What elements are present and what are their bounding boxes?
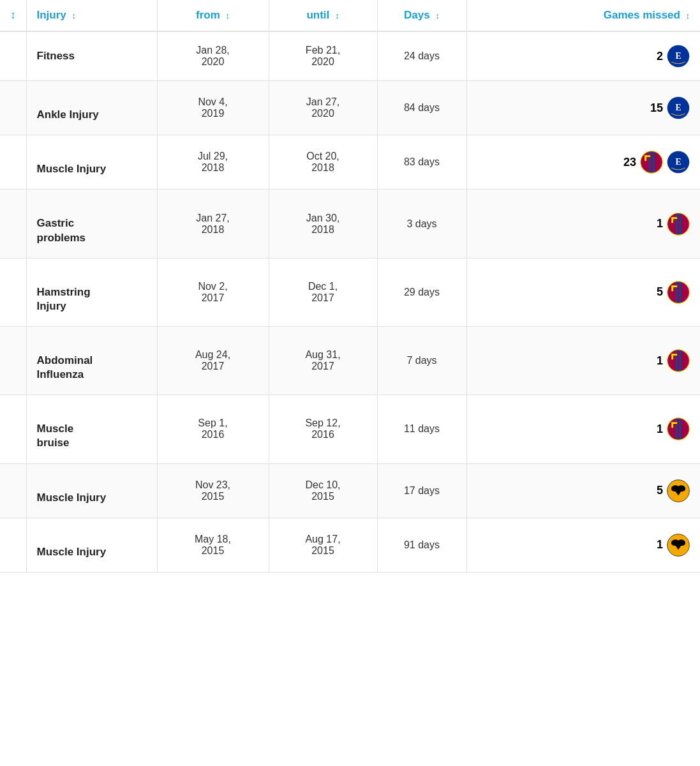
injury-name: Muscle Injury bbox=[37, 546, 107, 558]
table-row: Gastricproblems Jan 27,2018 Jan 30,2018 … bbox=[0, 190, 700, 258]
until-date: Sep 12,2016 bbox=[269, 395, 377, 463]
games-missed-cell: 5 bbox=[466, 258, 700, 326]
days-count: 83 days bbox=[377, 135, 466, 190]
games-count: 23 bbox=[623, 156, 636, 169]
until-date: Dec 1,2017 bbox=[269, 258, 377, 326]
games-missed-cell: 5 bbox=[466, 463, 700, 518]
injury-name: Muscle Injury bbox=[37, 492, 107, 504]
games-missed-cell: 1 bbox=[466, 395, 700, 463]
games-count: 5 bbox=[657, 484, 663, 497]
barcelona-badge bbox=[667, 213, 690, 236]
svg-rect-34 bbox=[671, 423, 673, 428]
days-count: 7 days bbox=[377, 326, 466, 394]
injury-name: Gastricproblems bbox=[37, 217, 86, 243]
svg-rect-28 bbox=[671, 354, 673, 359]
injury-name-cell: Muscle Injury bbox=[26, 135, 157, 190]
until-date: Dec 10,2015 bbox=[269, 463, 377, 518]
row-index bbox=[0, 518, 26, 572]
col-injury[interactable]: Injury ↕ bbox=[26, 0, 157, 31]
games-missed-cell: 1 bbox=[466, 518, 700, 572]
games-missed-cell: 23 E bbox=[466, 135, 700, 190]
valencia-badge bbox=[667, 479, 690, 502]
svg-rect-14 bbox=[679, 213, 681, 235]
until-date: Aug 31,2017 bbox=[269, 326, 377, 394]
svg-rect-20 bbox=[679, 282, 681, 304]
injury-name-cell: Gastricproblems bbox=[26, 190, 157, 258]
injury-name: AbdominalInfluenza bbox=[37, 354, 93, 380]
games-missed-cell: 15 E bbox=[466, 81, 700, 135]
col-days[interactable]: Days ↕ bbox=[377, 0, 466, 31]
svg-rect-26 bbox=[679, 350, 681, 372]
from-date: Aug 24,2017 bbox=[157, 326, 269, 394]
row-index bbox=[0, 31, 26, 81]
svg-rect-31 bbox=[676, 418, 678, 440]
svg-rect-22 bbox=[671, 285, 673, 291]
injury-name-cell: Muscle Injury bbox=[26, 518, 157, 572]
from-date: Jul 29,2018 bbox=[157, 135, 269, 190]
injury-name: HamstringInjury bbox=[37, 286, 91, 312]
injury-name-cell: Muscle Injury bbox=[26, 463, 157, 518]
until-date: Jan 30,2018 bbox=[269, 190, 377, 258]
barcelona-badge bbox=[640, 151, 663, 174]
days-count: 91 days bbox=[377, 518, 466, 572]
days-count: 29 days bbox=[377, 258, 466, 326]
injury-name-cell: AbdominalInfluenza bbox=[26, 326, 157, 394]
from-date: Sep 1,2016 bbox=[157, 395, 269, 463]
games-count: 2 bbox=[657, 50, 663, 63]
col-games-missed[interactable]: Games missed ↕ bbox=[466, 0, 700, 31]
days-count: 24 days bbox=[377, 31, 466, 81]
col-index[interactable]: ↕ bbox=[0, 0, 26, 31]
barcelona-badge bbox=[667, 281, 690, 304]
injury-name-cell: HamstringInjury bbox=[26, 258, 157, 326]
table-row: AbdominalInfluenza Aug 24,2017 Aug 31,20… bbox=[0, 326, 700, 394]
svg-rect-5 bbox=[649, 151, 651, 174]
valencia-badge bbox=[667, 534, 690, 557]
everton-badge: E bbox=[667, 45, 690, 68]
games-count: 1 bbox=[657, 354, 663, 368]
svg-text:E: E bbox=[675, 51, 681, 61]
table-row: Muscle Injury Nov 23,2015 Dec 10,2015 17… bbox=[0, 463, 700, 518]
table-row: Muscle Injury Jul 29,2018 Oct 20,2018 83… bbox=[0, 135, 700, 190]
injury-name-cell: Fitness bbox=[26, 31, 157, 81]
injury-name: Musclebruise bbox=[37, 423, 74, 449]
until-date: Oct 20,2018 bbox=[269, 135, 377, 190]
injury-name-cell: Musclebruise bbox=[26, 395, 157, 463]
row-index bbox=[0, 463, 26, 518]
injuries-table: ↕ Injury ↕ from ↕ until ↕ Days ↕ Games m… bbox=[0, 0, 700, 573]
row-index bbox=[0, 395, 26, 463]
row-index bbox=[0, 135, 26, 190]
everton-badge: E bbox=[667, 96, 690, 119]
svg-rect-8 bbox=[644, 155, 646, 161]
table-row: Musclebruise Sep 1,2016 Sep 12,2016 11 d… bbox=[0, 395, 700, 463]
row-index bbox=[0, 81, 26, 135]
games-count: 5 bbox=[657, 285, 663, 299]
until-date: Aug 17,2015 bbox=[269, 518, 377, 572]
col-from[interactable]: from ↕ bbox=[157, 0, 269, 31]
col-until[interactable]: until ↕ bbox=[269, 0, 377, 31]
days-count: 3 days bbox=[377, 190, 466, 258]
from-date: Nov 4,2019 bbox=[157, 81, 269, 135]
days-count: 84 days bbox=[377, 81, 466, 135]
games-missed-cell: 1 bbox=[466, 190, 700, 258]
until-date: Jan 27,2020 bbox=[269, 81, 377, 135]
svg-rect-13 bbox=[676, 213, 678, 235]
table-row: Ankle Injury Nov 4,2019 Jan 27,2020 84 d… bbox=[0, 81, 700, 135]
games-count: 1 bbox=[657, 217, 663, 230]
table-row: Muscle Injury May 18,2015 Aug 17,2015 91… bbox=[0, 518, 700, 572]
games-count: 15 bbox=[650, 101, 663, 115]
days-count: 17 days bbox=[377, 463, 466, 518]
until-date: Feb 21,2020 bbox=[269, 31, 377, 81]
from-date: Jan 27,2018 bbox=[157, 190, 269, 258]
from-date: Nov 2,2017 bbox=[157, 258, 269, 326]
games-count: 1 bbox=[657, 423, 663, 436]
table-row: Fitness Jan 28,2020 Feb 21,2020 24 days … bbox=[0, 31, 700, 81]
from-date: Jan 28,2020 bbox=[157, 31, 269, 81]
svg-rect-19 bbox=[676, 282, 678, 304]
barcelona-badge bbox=[667, 417, 690, 440]
from-date: May 18,2015 bbox=[157, 518, 269, 572]
games-missed-cell: 2 E bbox=[466, 31, 700, 81]
injury-name: Fitness bbox=[37, 50, 75, 62]
row-index bbox=[0, 190, 26, 258]
svg-text:E: E bbox=[675, 103, 681, 112]
svg-rect-25 bbox=[676, 350, 678, 372]
